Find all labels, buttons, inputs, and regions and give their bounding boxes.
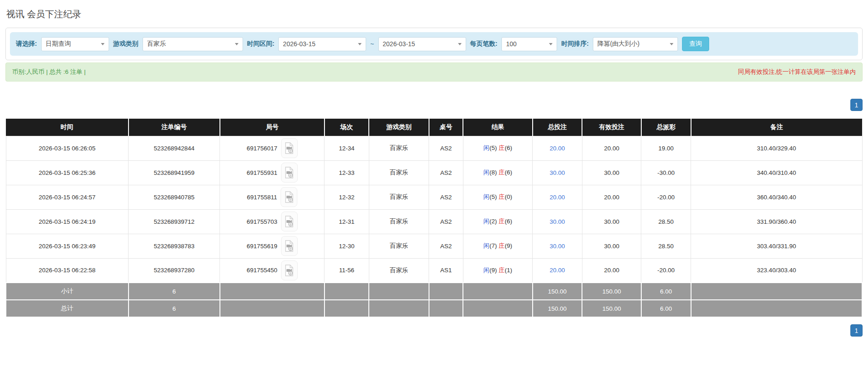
session-cell: 11-56 — [324, 258, 369, 283]
game-type-cell: 百家乐 — [369, 160, 429, 185]
footer-empty-cell — [324, 283, 369, 300]
video-replay-button[interactable] — [281, 138, 298, 158]
player-result-label: 闲 — [483, 218, 490, 225]
video-replay-button[interactable] — [281, 163, 298, 183]
footer-empty-cell — [324, 300, 369, 317]
date-from-value: 2026-03-15 — [283, 40, 315, 48]
banker-result-label: 庄 — [499, 144, 505, 151]
time-cell: 2026-03-15 06:22:58 — [6, 258, 129, 283]
date-from-select[interactable]: 2026-03-15 — [278, 37, 366, 51]
player-result-score: (7) — [490, 242, 497, 249]
table-no-cell: AS2 — [429, 209, 463, 234]
banker-result-score: (0) — [505, 193, 512, 200]
total-bet-link[interactable]: 30.00 — [550, 169, 565, 176]
video-replay-button[interactable] — [281, 236, 298, 256]
total-bet-link[interactable]: 20.00 — [550, 267, 565, 274]
valid-bet-cell: 20.00 — [582, 258, 641, 283]
chevron-down-icon — [358, 43, 362, 45]
footer-payout-cell: 6.00 — [641, 300, 691, 317]
column-header: 备注 — [691, 119, 862, 136]
column-header: 总派彩 — [641, 119, 691, 136]
column-header: 总投注 — [533, 119, 582, 136]
remark-cell: 323.40/303.40 — [691, 258, 862, 283]
table-no-cell: AS2 — [429, 136, 463, 160]
filter-bar: 请选择: 日期查询 游戏类别 百家乐 时间区间: 2026-03-15 ~ 20… — [10, 32, 858, 56]
page-1-button[interactable]: 1 — [850, 324, 863, 337]
banker-result-label: 庄 — [499, 242, 505, 249]
payout-cell: 19.00 — [641, 136, 691, 160]
bet-records-table: 时间注单编号局号场次游戏类别桌号结果总投注有效投注总派彩备注 2026-03-1… — [5, 119, 863, 318]
time-cell: 2026-03-15 06:24:19 — [6, 209, 129, 234]
total-bet-link[interactable]: 30.00 — [550, 243, 565, 250]
page-size-label: 每页笔数: — [470, 40, 498, 48]
search-button[interactable]: 查询 — [682, 37, 709, 51]
banker-result-score: (6) — [505, 144, 512, 151]
remark-cell: 340.40/310.40 — [691, 160, 862, 185]
remark-cell: 303.40/331.90 — [691, 234, 862, 258]
total-bet-link[interactable]: 20.00 — [550, 145, 565, 152]
total-bet-link[interactable]: 20.00 — [550, 194, 565, 201]
footer-empty-cell — [429, 300, 463, 317]
time-sort-select[interactable]: 降冪(由大到小) — [593, 37, 678, 51]
footer-valid-bet-cell: 150.00 — [582, 300, 641, 317]
table-footer-row: 小计6150.00150.006.00 — [6, 283, 862, 300]
column-header: 时间 — [6, 119, 129, 136]
session-cell: 12-31 — [324, 209, 369, 234]
payout-cell: -30.00 — [641, 160, 691, 185]
table-no-cell: AS2 — [429, 160, 463, 185]
query-type-select[interactable]: 日期查询 — [41, 37, 109, 51]
bet-id-cell: 523268938783 — [129, 234, 220, 258]
round-cell: 691755811 — [220, 185, 324, 209]
table-no-cell: AS2 — [429, 185, 463, 209]
banker-result-score: (6) — [505, 169, 512, 176]
pagination-top: 1 — [5, 99, 863, 111]
chevron-down-icon — [549, 43, 553, 45]
table-footer-row: 总计6150.00150.006.00 — [6, 300, 862, 317]
footer-payout-cell: 6.00 — [641, 283, 691, 300]
table-row: 2026-03-15 06:22:58523268937280691755450… — [6, 258, 862, 283]
table-row: 2026-03-15 06:24:19523268939712691755703… — [6, 209, 862, 234]
round-cell: 691755450 — [220, 258, 324, 283]
player-result-score: (9) — [490, 267, 497, 274]
banker-result-label: 庄 — [499, 193, 505, 200]
total-bet-cell: 20.00 — [533, 136, 582, 160]
round-id: 691755811 — [247, 194, 277, 201]
bet-id-cell: 523268939712 — [129, 209, 220, 234]
round-id: 691755619 — [247, 243, 277, 250]
table-row: 2026-03-15 06:23:49523268938783691755619… — [6, 234, 862, 258]
valid-bet-cell: 20.00 — [582, 185, 641, 209]
payout-cell: 28.50 — [641, 234, 691, 258]
valid-bet-cell: 30.00 — [582, 160, 641, 185]
table-no-cell: AS1 — [429, 258, 463, 283]
footer-total-bet-cell: 150.00 — [533, 300, 582, 317]
video-replay-button[interactable] — [281, 187, 297, 207]
player-result-label: 闲 — [483, 267, 490, 274]
date-to-select[interactable]: 2026-03-15 — [378, 37, 466, 51]
time-cell: 2026-03-15 06:24:57 — [6, 185, 129, 209]
round-id: 691755931 — [247, 169, 277, 176]
page-size-select[interactable]: 100 — [501, 37, 557, 51]
column-header: 桌号 — [429, 119, 463, 136]
time-cell: 2026-03-15 06:26:05 — [6, 136, 129, 160]
total-bet-link[interactable]: 30.00 — [550, 218, 565, 225]
date-to-value: 2026-03-15 — [383, 40, 415, 48]
video-replay-button[interactable] — [281, 260, 298, 280]
filter-panel: 请选择: 日期查询 游戏类别 百家乐 时间区间: 2026-03-15 ~ 20… — [5, 28, 863, 60]
game-type-select[interactable]: 百家乐 — [143, 37, 243, 51]
game-type-cell: 百家乐 — [369, 209, 429, 234]
pagination-bottom: 1 — [5, 324, 863, 337]
game-type-cell: 百家乐 — [369, 234, 429, 258]
time-cell: 2026-03-15 06:23:49 — [6, 234, 129, 258]
table-row: 2026-03-15 06:24:57523268940785691755811… — [6, 185, 862, 209]
footer-label-cell: 总计 — [6, 300, 129, 317]
currency-summary-text: 币别:人民币 | 总共 :6 注单 | — [12, 68, 86, 76]
round-cell: 691755931 — [220, 160, 324, 185]
payout-cell: -20.00 — [641, 185, 691, 209]
result-cell: 闲(8) 庄(6) — [463, 160, 532, 185]
banker-result-score: (9) — [505, 242, 512, 249]
page-1-button[interactable]: 1 — [850, 99, 863, 111]
video-file-icon — [284, 240, 294, 252]
round-cell: 691756017 — [220, 136, 324, 160]
table-row: 2026-03-15 06:25:36523268941959691755931… — [6, 160, 862, 185]
video-replay-button[interactable] — [281, 212, 298, 231]
